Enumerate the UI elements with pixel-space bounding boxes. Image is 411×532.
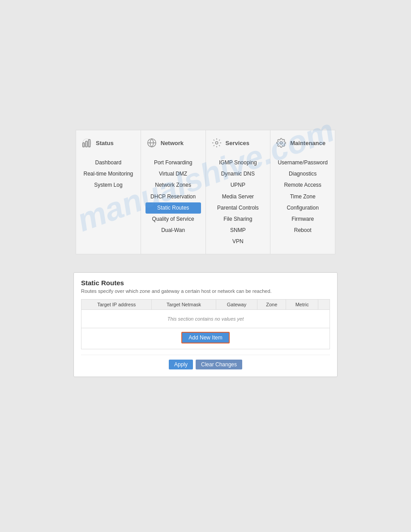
routes-title: Static Routes (81, 279, 330, 287)
nav-item-timezone[interactable]: Time Zone (275, 191, 330, 202)
nav-panel: Status Dashboard Real-time Monitoring Sy… (76, 130, 335, 254)
col-zone: Zone (257, 299, 286, 309)
nav-item-dual-wan[interactable]: Dual-Wan (146, 225, 201, 236)
nav-item-parental[interactable]: Parental Controls (210, 202, 266, 214)
add-button-cell: Add New Item (81, 328, 330, 349)
apply-button[interactable]: Apply (169, 360, 193, 369)
nav-item-vpn[interactable]: VPN (210, 236, 266, 247)
status-icon (81, 137, 93, 149)
col-actions (318, 299, 330, 309)
svg-point-6 (280, 142, 283, 144)
maintenance-icon (275, 137, 287, 149)
svg-point-5 (215, 142, 218, 144)
nav-item-upnp[interactable]: UPNP (210, 180, 266, 191)
svg-rect-1 (86, 141, 87, 147)
status-title: Status (96, 140, 114, 146)
network-title: Network (161, 140, 184, 146)
nav-item-configuration[interactable]: Configuration (275, 202, 330, 214)
nav-item-static-routes[interactable]: Static Routes (146, 202, 201, 214)
status-header: Status (81, 137, 136, 151)
nav-item-port-forwarding[interactable]: Port Forwarding (146, 157, 201, 168)
nav-item-snmp[interactable]: SNMP (210, 225, 266, 236)
clear-changes-button[interactable]: Clear Changes (196, 360, 242, 369)
services-icon (210, 137, 223, 149)
routes-actions: Apply Clear Changes (81, 355, 330, 369)
nav-item-firmware[interactable]: Firmware (275, 214, 330, 225)
nav-item-dhcp[interactable]: DHCP Reservation (146, 191, 201, 202)
nav-item-username[interactable]: Username/Password (275, 157, 330, 168)
nav-item-file-sharing[interactable]: File Sharing (210, 214, 266, 225)
nav-section-network: Network Port Forwarding Virtual DMZ Netw… (141, 130, 206, 254)
col-gateway: Gateway (216, 299, 257, 309)
nav-item-virtual-dmz[interactable]: Virtual DMZ (146, 168, 201, 180)
nav-item-realtime[interactable]: Real-time Monitoring (81, 168, 136, 180)
nav-item-reboot[interactable]: Reboot (275, 225, 330, 236)
nav-item-network-zones[interactable]: Network Zones (146, 180, 201, 191)
network-icon (146, 137, 158, 149)
page-wrapper: manualshive.com Status Dashboard Real-ti… (0, 0, 411, 532)
maintenance-title: Maintenance (290, 140, 325, 146)
add-button-wrapper: Add New Item (85, 332, 326, 343)
nav-section-status: Status Dashboard Real-time Monitoring Sy… (76, 130, 141, 254)
nav-item-diagnostics[interactable]: Diagnostics (275, 168, 330, 180)
col-metric: Metric (286, 299, 318, 309)
nav-section-maintenance: Maintenance Username/Password Diagnostic… (270, 130, 335, 254)
routes-empty-message: This section contains no values yet (81, 309, 330, 328)
col-target-netmask: Target Netmask (152, 299, 216, 309)
nav-item-ddns[interactable]: Dynamic DNS (210, 168, 266, 180)
network-header: Network (146, 137, 201, 151)
routes-empty-row: This section contains no values yet (81, 309, 330, 328)
nav-item-syslog[interactable]: System Log (81, 180, 136, 191)
add-button-row: Add New Item (81, 328, 330, 349)
nav-item-dashboard[interactable]: Dashboard (81, 157, 136, 168)
routes-table: Target IP address Target Netmask Gateway… (81, 299, 330, 349)
maintenance-header: Maintenance (275, 137, 330, 151)
services-title: Services (226, 140, 250, 146)
nav-item-igmp[interactable]: IGMP Snooping (210, 157, 266, 168)
nav-section-services: Services IGMP Snooping Dynamic DNS UPNP … (206, 130, 271, 254)
routes-description: Routes specify over which zone and gatew… (81, 288, 330, 294)
nav-item-remote-access[interactable]: Remote Access (275, 180, 330, 191)
services-header: Services (210, 137, 266, 151)
routes-panel: Static Routes Routes specify over which … (73, 272, 338, 377)
nav-item-qos[interactable]: Quality of Service (146, 214, 201, 225)
nav-item-media-server[interactable]: Media Server (210, 191, 266, 202)
add-new-item-button[interactable]: Add New Item (181, 332, 229, 343)
col-target-ip: Target IP address (81, 299, 152, 309)
